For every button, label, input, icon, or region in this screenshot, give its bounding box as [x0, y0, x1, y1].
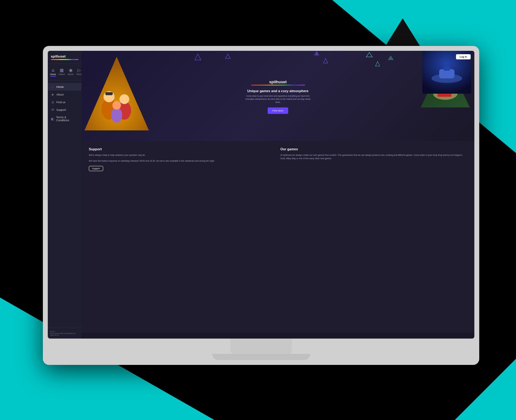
games-title: Our games [281, 147, 467, 151]
pirate-triangle-scene [85, 54, 149, 133]
monitor-base [212, 354, 310, 360]
menu-item-home[interactable]: ⌂ Home [48, 83, 81, 91]
games-text: At Spilhuset we always create our own ga… [281, 153, 467, 160]
menu-item-terms[interactable]: ◧ Terms & Conditions [48, 114, 81, 124]
svg-marker-4 [366, 52, 372, 57]
sports-nav-label: Sports [67, 73, 73, 75]
hero-logo-bar [251, 85, 305, 85]
menu-about-icon: ◈ [51, 93, 55, 96]
sidebar-nav: ⌂ Home ▦ Casino ◉ Sports ▷ Virtual [48, 64, 81, 81]
monitor-stand-assembly [48, 339, 474, 360]
sidebar-item-casino[interactable]: ▦ Casino [57, 66, 66, 78]
logo-rainbow-bar [51, 59, 78, 60]
header: Log in [452, 51, 474, 62]
hero-logo-text: spilhuset [244, 80, 312, 84]
hero-title: Unique games and a cozy atmosphere [244, 89, 312, 93]
games-column: Our games At Spilhuset we always create … [281, 147, 467, 326]
hero-center: spilhuset Unique games and a cozy atmosp… [244, 80, 312, 114]
menu-item-find-us[interactable]: ◎ Find us [48, 98, 81, 106]
monitor-body: spilhuset ⌂ Home ▦ Casino ◉ Sp [43, 46, 479, 365]
sidebar-item-home[interactable]: ⌂ Home [49, 66, 57, 78]
svg-point-14 [119, 94, 129, 104]
menu-support-icon: ✉ [51, 108, 55, 111]
menu-support-label: Support [56, 108, 66, 111]
sports-icon: ◉ [69, 68, 73, 73]
svg-rect-12 [105, 92, 113, 95]
bottom-section: Support We're always ready to help whate… [81, 141, 474, 332]
login-button[interactable]: Log in [456, 54, 471, 59]
sidebar-menu: ⌂ Home ◈ About ◎ Find us ✉ Support [48, 81, 81, 328]
support-column: Support We're always ready to help whate… [89, 147, 276, 326]
svg-marker-1 [225, 54, 230, 58]
svg-rect-29 [444, 66, 450, 71]
home-icon: ⌂ [52, 68, 54, 73]
menu-item-about[interactable]: ◈ About [48, 91, 81, 98]
menu-item-support[interactable]: ✉ Support [48, 106, 81, 114]
svg-marker-3 [323, 58, 328, 63]
support-paragraph2: We have the fastest response on weekdays… [89, 159, 276, 163]
svg-marker-2 [314, 51, 319, 55]
svg-point-15 [111, 107, 122, 123]
home-nav-label: Home [50, 73, 56, 75]
menu-about-label: About [56, 93, 64, 96]
monitor: spilhuset ⌂ Home ▦ Casino ◉ Sp [43, 46, 479, 365]
hero-section: spilhuset Unique games and a cozy atmosp… [81, 51, 474, 143]
support-paragraph1: We're always ready to help whatever your… [89, 153, 276, 157]
svg-marker-0 [195, 54, 201, 60]
support-title: Support [89, 147, 276, 151]
sidebar: spilhuset ⌂ Home ▦ Casino ◉ Sp [48, 51, 81, 339]
logo-text: spilhuset [51, 54, 78, 58]
menu-home-label: Home [56, 85, 64, 88]
footer-age: ⚙ 18+ [50, 330, 79, 332]
casino-nav-label: Casino [58, 73, 65, 75]
sidebar-logo: spilhuset [48, 51, 81, 64]
active-indicator [50, 76, 56, 77]
svg-marker-6 [388, 55, 394, 60]
svg-marker-5 [375, 62, 380, 66]
virtual-icon: ▷ [77, 68, 81, 73]
footer-text: Play responsibly StopSpillet.dk BeGUS.nu [50, 332, 79, 336]
menu-find-icon: ◎ [51, 100, 55, 104]
monitor-screen: spilhuset ⌂ Home ▦ Casino ◉ Sp [48, 51, 474, 339]
main-content: Log in [81, 51, 474, 339]
hero-subtitle: Come down to your local store and experi… [244, 95, 312, 103]
menu-terms-label: Terms & Conditions [56, 116, 78, 122]
sidebar-item-sports[interactable]: ◉ Sports [66, 66, 75, 78]
find-store-button[interactable]: Find store [268, 107, 288, 114]
menu-terms-icon: ◧ [51, 117, 54, 121]
menu-find-label: Find us [56, 101, 66, 104]
casino-icon: ▦ [60, 68, 64, 73]
support-button[interactable]: Support [89, 166, 103, 171]
svg-point-16 [112, 101, 121, 110]
sidebar-footer: ⚙ 18+ Play responsibly StopSpillet.dk Be… [48, 328, 81, 339]
monitor-stand [231, 339, 292, 354]
menu-home-icon: ⌂ [51, 85, 55, 88]
